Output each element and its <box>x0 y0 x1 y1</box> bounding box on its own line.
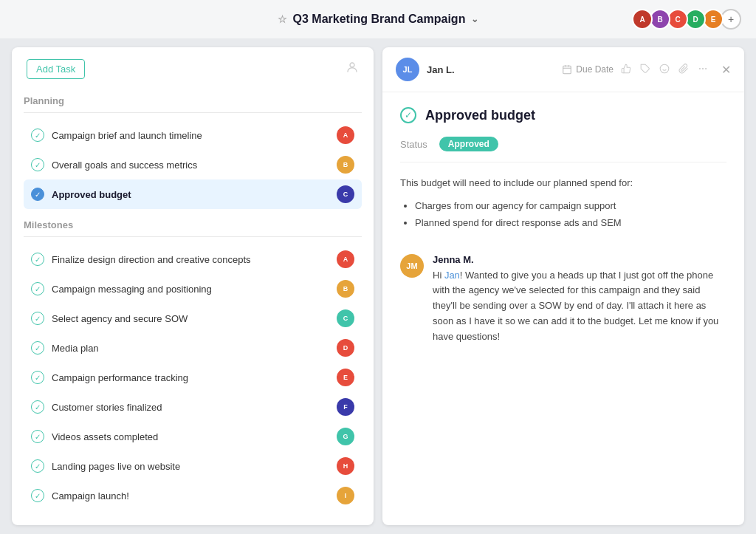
detail-title: Approved budget <box>425 108 535 123</box>
check-icon: ✓ <box>31 371 44 384</box>
emoji-icon[interactable] <box>659 64 670 76</box>
check-icon: ✓ <box>31 253 44 266</box>
task-item[interactable]: ✓ Media plan D <box>24 333 362 363</box>
svg-point-6 <box>660 64 669 73</box>
task-assignee-avatar: I <box>337 487 354 504</box>
section-label-milestones: Milestones <box>24 219 362 230</box>
detail-title-row: ✓ Approved budget <box>400 107 726 123</box>
avatar[interactable]: A <box>632 9 653 30</box>
check-icon: ✓ <box>31 430 44 443</box>
task-assignee-avatar: A <box>337 250 354 268</box>
avatar[interactable]: B <box>650 9 670 30</box>
avatar[interactable]: E <box>703 9 724 30</box>
svg-point-9 <box>699 68 700 69</box>
comment-author-name: Jenna M. <box>433 254 726 265</box>
task-name: Campaign messaging and positioning <box>52 284 329 295</box>
avatar[interactable]: C <box>667 9 688 30</box>
comment-mention[interactable]: Jan <box>444 270 460 281</box>
add-member-button[interactable]: + <box>721 9 741 30</box>
detail-header: JL Jan L. Due Date <box>382 47 744 92</box>
detail-action-icons <box>621 64 708 76</box>
task-assignee-avatar: F <box>337 398 354 416</box>
task-item[interactable]: ✓ Campaign performance tracking E <box>24 363 362 392</box>
task-assignee-avatar: G <box>337 428 354 445</box>
task-item-active[interactable]: ✓ Approved budget C <box>24 179 362 209</box>
task-name: Select agency and secure SOW <box>52 313 329 324</box>
calendar-icon <box>562 64 572 75</box>
task-name: Approved budget <box>52 189 329 200</box>
comment-author-avatar: JM <box>400 254 424 278</box>
task-assignee-avatar: D <box>337 339 354 357</box>
top-bar: ☆ Q3 Marketing Brand Campaign ⌄ A B C D … <box>0 0 756 38</box>
task-name: Overall goals and success metrics <box>52 160 329 171</box>
list-item: Planned spend for direct response ads an… <box>415 214 726 231</box>
add-task-button[interactable]: Add Task <box>27 59 85 79</box>
task-name: Videos assets completed <box>52 431 329 442</box>
project-title: Q3 Marketing Brand Campaign <box>293 13 466 26</box>
task-assignee-avatar: A <box>337 126 354 144</box>
check-icon: ✓ <box>31 158 44 171</box>
task-item[interactable]: ✓ Customer stories finalized F <box>24 392 362 422</box>
task-assignee-avatar: C <box>337 309 354 327</box>
comment-text-before-mention: Hi <box>433 270 444 281</box>
task-panel: Add Task Planning ✓ Campaign brief and l… <box>12 47 374 525</box>
due-date-row[interactable]: Due Date <box>562 64 614 75</box>
task-assignee-avatar: E <box>337 369 354 386</box>
avatar-group: A B C D E + <box>636 9 741 30</box>
detail-author-avatar: JL <box>396 58 419 81</box>
task-item[interactable]: ✓ Campaign messaging and positioning B <box>24 274 362 304</box>
task-name: Media plan <box>52 343 329 354</box>
svg-point-11 <box>706 68 707 69</box>
task-list: Planning ✓ Campaign brief and launch tim… <box>12 85 374 525</box>
comment-section: JM Jenna M. Hi Jan! Wanted to give you a… <box>400 247 726 345</box>
top-bar-title-group: ☆ Q3 Marketing Brand Campaign ⌄ <box>278 13 479 26</box>
task-item[interactable]: ✓ Campaign brief and launch timeline A <box>24 120 362 150</box>
check-icon: ✓ <box>31 129 44 142</box>
status-label: Status <box>400 139 427 150</box>
svg-point-0 <box>350 63 354 67</box>
svg-rect-1 <box>563 66 571 74</box>
check-icon: ✓ <box>31 282 44 295</box>
task-item[interactable]: ✓ Overall goals and success metrics B <box>24 150 362 179</box>
check-icon: ✓ <box>31 459 44 473</box>
comment-text: Hi Jan! Wanted to give you a heads up th… <box>433 268 726 345</box>
check-icon: ✓ <box>31 188 44 201</box>
avatar[interactable]: D <box>685 9 706 30</box>
tag-icon[interactable] <box>640 64 650 76</box>
task-assignee-avatar: B <box>337 280 354 298</box>
person-icon <box>346 61 359 78</box>
attachment-icon[interactable] <box>678 64 689 76</box>
task-item[interactable]: ✓ Finalize design direction and creative… <box>24 244 362 274</box>
status-badge[interactable]: Approved <box>439 137 498 151</box>
list-item: Charges from our agency for campaign sup… <box>415 197 726 214</box>
main-content: Add Task Planning ✓ Campaign brief and l… <box>0 38 756 534</box>
more-icon[interactable] <box>698 64 708 76</box>
check-icon: ✓ <box>31 400 44 414</box>
detail-body: ✓ Approved budget Status Approved This b… <box>382 92 744 525</box>
detail-description: This budget will need to include our pla… <box>400 176 726 191</box>
check-icon: ✓ <box>31 341 44 355</box>
task-name: Campaign brief and launch timeline <box>52 130 329 141</box>
task-panel-header: Add Task <box>12 47 374 85</box>
task-name: Finalize design direction and creative c… <box>52 254 329 265</box>
due-date-label: Due Date <box>576 64 614 75</box>
task-name: Landing pages live on website <box>52 461 329 472</box>
task-item[interactable]: ✓ Select agency and secure SOW C <box>24 304 362 333</box>
comment-text-after-mention: ! Wanted to give you a heads up that I j… <box>433 270 718 342</box>
star-icon[interactable]: ☆ <box>278 13 287 25</box>
close-button[interactable]: ✕ <box>721 63 731 77</box>
task-assignee-avatar: C <box>337 185 354 203</box>
detail-panel: JL Jan L. Due Date <box>382 47 744 525</box>
task-name: Campaign launch! <box>52 490 329 502</box>
task-name: Customer stories finalized <box>52 402 329 413</box>
task-complete-check[interactable]: ✓ <box>400 107 416 123</box>
task-assignee-avatar: B <box>337 156 354 174</box>
section-label-planning: Planning <box>24 95 362 106</box>
chevron-down-icon[interactable]: ⌄ <box>471 14 478 24</box>
task-item[interactable]: ✓ Landing pages live on website H <box>24 451 362 481</box>
task-item[interactable]: ✓ Videos assets completed G <box>24 422 362 451</box>
task-item[interactable]: ✓ Campaign launch! I <box>24 481 362 510</box>
task-name: Campaign performance tracking <box>52 372 329 383</box>
thumbs-up-icon[interactable] <box>621 64 631 76</box>
detail-status-row: Status Approved <box>400 137 726 162</box>
